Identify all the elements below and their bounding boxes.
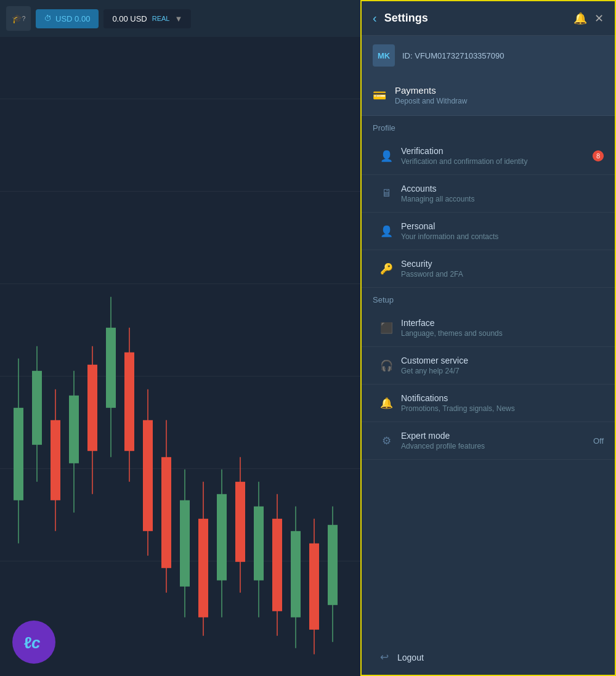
interface-icon: ⬛: [380, 322, 392, 335]
notifications-sublabel: Promotions, Trading signals, News: [401, 404, 515, 413]
verification-badge: 8: [590, 150, 604, 161]
expert-mode-value: Off: [593, 436, 604, 446]
expert-mode-sublabel: Advanced profile features: [401, 442, 485, 450]
help-icon[interactable]: 🎓?: [6, 6, 31, 31]
settings-header: ‹ Settings 🔔 ✕: [362, 1, 615, 36]
real-account-badge: 0.00 USD REAL ▼: [103, 9, 191, 28]
app-logo: ℓ c: [12, 621, 55, 664]
caret-icon: ▼: [175, 14, 183, 23]
notifications-label: Notifications: [401, 393, 515, 403]
user-id: ID: VFUM017327103357090: [402, 51, 505, 60]
logout-label: Logout: [397, 653, 424, 662]
svg-rect-25: [235, 482, 245, 562]
back-button[interactable]: ‹: [373, 11, 377, 25]
accounts-icon: 🖥: [380, 187, 392, 200]
verification-sublabel: Verification and confirmation of identit…: [401, 157, 527, 166]
sidebar-item-personal[interactable]: 👤 Personal Your information and contacts: [362, 213, 615, 250]
balance-button[interactable]: ⏱ USD 0.00: [36, 9, 99, 28]
svg-text:c: c: [31, 633, 41, 652]
svg-rect-9: [87, 365, 97, 451]
sidebar-item-expert-mode[interactable]: ⚙ Expert mode Advanced profile features …: [362, 422, 615, 460]
payments-text: Payments Deposit and Withdraw: [395, 85, 467, 105]
svg-rect-5: [51, 420, 60, 500]
svg-rect-27: [254, 507, 264, 580]
avatar: MK: [373, 44, 395, 67]
user-profile-row: MK ID: VFUM017327103357090: [362, 36, 615, 75]
svg-rect-23: [217, 494, 227, 580]
payments-icon: 💳: [373, 89, 386, 102]
candlestick-chart: [0, 37, 360, 676]
verification-icon: 👤: [380, 150, 392, 163]
settings-panel: ‹ Settings 🔔 ✕ MK ID: VFUM01732710335709…: [360, 0, 616, 676]
candle-svg: [0, 165, 360, 676]
svg-rect-33: [309, 544, 319, 630]
interface-sublabel: Language, themes and sounds: [401, 329, 503, 338]
notifications-icon: 🔔: [380, 397, 392, 410]
interface-label: Interface: [401, 318, 503, 328]
payments-label: Payments: [395, 85, 467, 96]
verification-label: Verification: [401, 146, 527, 156]
spacer: [362, 460, 615, 635]
setup-section-label: Setup: [362, 288, 615, 309]
balance-value: USD 0.00: [55, 14, 90, 23]
logout-button[interactable]: ↩ Logout: [362, 640, 615, 675]
payments-sublabel: Deposit and Withdraw: [395, 97, 467, 105]
svg-rect-1: [14, 408, 23, 500]
svg-rect-35: [328, 525, 338, 605]
personal-icon: 👤: [380, 225, 392, 238]
accounts-label: Accounts: [401, 184, 474, 193]
grid-line: [0, 99, 360, 99]
customer-service-label: Customer service: [401, 356, 468, 365]
sidebar-item-accounts[interactable]: 🖥 Accounts Managing all accounts: [362, 175, 615, 213]
security-sublabel: Password and 2FA: [401, 270, 463, 279]
svg-rect-21: [198, 519, 208, 617]
svg-rect-15: [143, 420, 153, 531]
svg-rect-7: [69, 396, 79, 463]
logout-icon: ↩: [380, 651, 389, 664]
real-label: REAL: [152, 15, 170, 22]
svg-text:ℓ: ℓ: [24, 633, 32, 652]
settings-title: Settings: [384, 12, 566, 25]
real-amount: 0.00 USD: [112, 14, 147, 23]
svg-rect-29: [272, 519, 282, 611]
payments-menu-item[interactable]: 💳 Payments Deposit and Withdraw: [362, 75, 615, 116]
sidebar-item-security[interactable]: 🔑 Security Password and 2FA: [362, 250, 615, 288]
svg-rect-19: [180, 500, 190, 587]
personal-label: Personal: [401, 221, 498, 231]
svg-rect-11: [106, 328, 116, 408]
expert-mode-label: Expert mode: [401, 431, 485, 441]
security-label: Security: [401, 259, 463, 269]
chart-area: 🎓? ⏱ USD 0.00 0.00 USD REAL ▼: [0, 0, 360, 676]
profile-section-label: Profile: [362, 116, 615, 137]
sidebar-item-interface[interactable]: ⬛ Interface Language, themes and sounds: [362, 309, 615, 347]
sidebar-item-notifications[interactable]: 🔔 Notifications Promotions, Trading sign…: [362, 385, 615, 422]
svg-rect-31: [291, 531, 301, 617]
personal-sublabel: Your information and contacts: [401, 232, 498, 241]
customer-service-icon: 🎧: [380, 359, 392, 372]
svg-rect-13: [124, 352, 134, 451]
sidebar-item-customer-service[interactable]: 🎧 Customer service Get any help 24/7: [362, 347, 615, 385]
security-icon: 🔑: [380, 263, 392, 275]
svg-rect-17: [161, 457, 171, 568]
expert-mode-icon: ⚙: [380, 434, 392, 447]
accounts-sublabel: Managing all accounts: [401, 195, 474, 203]
customer-service-sublabel: Get any help 24/7: [401, 367, 468, 375]
svg-rect-3: [32, 371, 42, 445]
sidebar-item-verification[interactable]: 👤 Verification Verification and confirma…: [362, 137, 615, 175]
bell-icon[interactable]: 🔔: [573, 12, 587, 25]
close-button[interactable]: ✕: [594, 12, 604, 25]
top-bar: 🎓? ⏱ USD 0.00 0.00 USD REAL ▼: [0, 0, 360, 37]
